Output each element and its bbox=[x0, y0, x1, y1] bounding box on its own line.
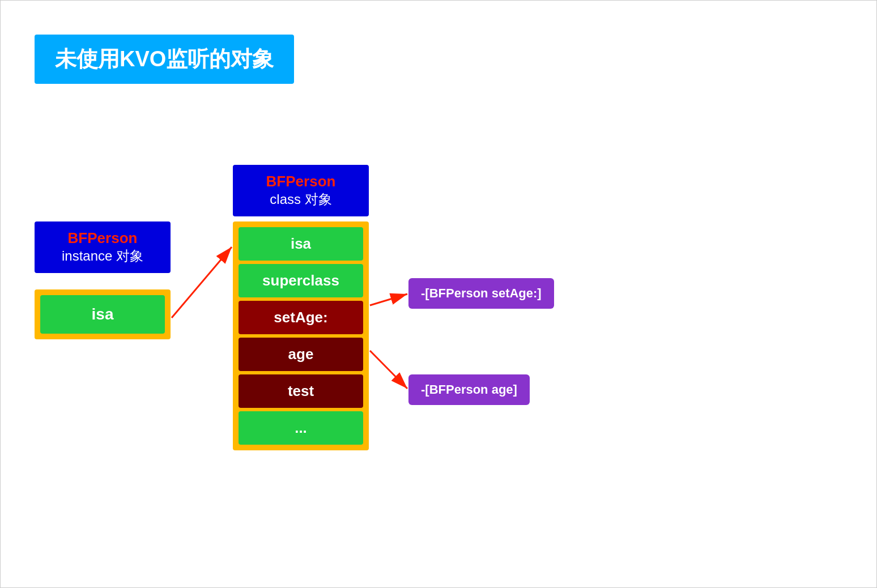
title-banner: 未使用KVO监听的对象 bbox=[35, 35, 294, 84]
purple-setage-text: -[BFPerson setAge:] bbox=[421, 286, 542, 300]
arrow-setage bbox=[370, 294, 407, 305]
isa-instance-cell: isa bbox=[35, 289, 171, 339]
arrow-isa-to-class bbox=[172, 247, 232, 318]
class-white-label: class 对象 bbox=[244, 190, 357, 208]
purple-age-text: -[BFPerson age] bbox=[421, 382, 517, 397]
purple-setage-label: -[BFPerson setAge:] bbox=[408, 278, 554, 309]
class-cell-setage-label: setAge: bbox=[274, 309, 327, 326]
arrow-age bbox=[370, 351, 407, 389]
class-cell-age-label: age bbox=[288, 346, 314, 363]
class-cell-superclass-label: superclass bbox=[262, 272, 339, 289]
class-cell-isa-label: isa bbox=[291, 235, 311, 252]
class-cell-superclass: superclass bbox=[239, 264, 363, 297]
instance-box: BFPerson instance 对象 bbox=[35, 221, 171, 273]
class-cell-dots-label: ... bbox=[295, 419, 307, 436]
class-cell-test-label: test bbox=[288, 382, 314, 399]
class-cell-isa: isa bbox=[239, 227, 363, 261]
class-cell-dots: ... bbox=[239, 411, 363, 445]
instance-white-label: instance 对象 bbox=[46, 247, 159, 265]
title-text: 未使用KVO监听的对象 bbox=[55, 47, 274, 71]
purple-age-label: -[BFPerson age] bbox=[408, 374, 530, 405]
class-red-label: BFPerson bbox=[244, 173, 357, 190]
class-cell-age: age bbox=[239, 338, 363, 371]
class-cell-setage: setAge: bbox=[239, 301, 363, 334]
instance-red-label: BFPerson bbox=[46, 229, 159, 247]
class-cell-test: test bbox=[239, 374, 363, 408]
main-container: 未使用KVO监听的对象 BFPerson instance 对象 isa BFP… bbox=[0, 0, 877, 588]
isa-label: isa bbox=[92, 305, 114, 323]
class-header: BFPerson class 对象 bbox=[233, 165, 369, 216]
isa-green-cell: isa bbox=[40, 295, 165, 334]
class-table: isa superclass setAge: age test ... bbox=[233, 221, 369, 450]
